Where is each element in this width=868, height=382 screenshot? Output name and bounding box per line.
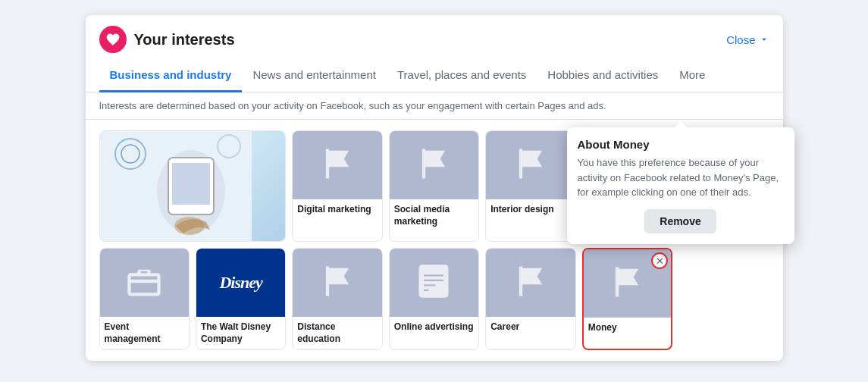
card-label: Interior design <box>486 199 575 227</box>
card-label: Career <box>486 317 575 344</box>
tab-business[interactable]: Business and industry <box>99 59 243 92</box>
tabs-bar: Business and industry News and entertain… <box>86 59 783 92</box>
panel-header: Your interests Close <box>86 15 783 53</box>
card-image <box>486 131 575 199</box>
card-image <box>293 131 381 199</box>
card-label: Money <box>584 318 671 345</box>
book-icon <box>414 261 453 304</box>
svg-rect-3 <box>172 163 210 205</box>
card-label: Event management <box>100 317 189 349</box>
card-image <box>293 249 381 317</box>
card-interior-design[interactable]: Interior design <box>485 130 575 242</box>
card-image <box>486 249 575 317</box>
card-disney[interactable]: Disney The Walt Disney Company <box>196 248 286 350</box>
flag-icon <box>607 262 647 305</box>
card-label: Online advertising <box>390 317 478 344</box>
tooltip-body: You have this preference because of your… <box>578 155 784 200</box>
card-career[interactable]: Career <box>485 248 575 350</box>
card-image <box>390 249 478 317</box>
card-image <box>390 131 478 199</box>
card-social-media-marketing[interactable]: Social media marketing <box>389 130 479 242</box>
about-money-tooltip: About Money You have this preference bec… <box>567 127 794 244</box>
flag-icon <box>318 144 357 186</box>
subtitle-text: Interests are determined based on your a… <box>86 92 783 120</box>
card-image-disney: Disney <box>196 249 285 317</box>
tab-more[interactable]: More <box>669 59 716 92</box>
briefcase-icon <box>124 261 164 304</box>
heart-icon <box>99 26 127 53</box>
flag-icon <box>414 144 453 186</box>
card-label: The Walt Disney Company <box>196 317 285 349</box>
flag-icon <box>511 144 550 186</box>
tab-hobbies[interactable]: Hobbies and activities <box>537 59 669 92</box>
title-row: Your interests <box>99 26 235 53</box>
panel-title: Your interests <box>134 31 235 49</box>
interests-panel: Your interests Close Business and indust… <box>86 15 783 361</box>
card-image <box>100 249 189 317</box>
card-image-photo <box>100 131 286 241</box>
card-distance-education[interactable]: Distance education <box>292 248 382 350</box>
close-button[interactable]: Close <box>726 33 769 46</box>
card-event-management[interactable]: Event management <box>99 248 190 350</box>
disney-logo: Disney <box>219 273 262 293</box>
card-money-photo[interactable] <box>99 130 287 242</box>
card-label: Digital marketing <box>293 199 381 227</box>
tab-news[interactable]: News and entertainment <box>242 59 387 92</box>
remove-button[interactable]: Remove <box>644 209 716 233</box>
card-online-advertising[interactable]: Online advertising <box>389 248 479 350</box>
remove-button-wrapper: Remove <box>578 209 784 233</box>
flag-icon <box>511 261 550 304</box>
flag-icon <box>318 261 357 304</box>
tooltip-title: About Money <box>578 138 784 151</box>
card-remove-button[interactable]: ✕ <box>651 252 668 269</box>
tab-travel[interactable]: Travel, places and events <box>387 59 537 92</box>
card-money[interactable]: Money ✕ <box>582 248 672 350</box>
card-digital-marketing[interactable]: Digital marketing <box>292 130 382 242</box>
interests-grid: Digital marketing Social media marketing… <box>86 120 783 361</box>
card-label: Social media marketing <box>390 199 478 232</box>
card-label: Distance education <box>293 317 381 349</box>
